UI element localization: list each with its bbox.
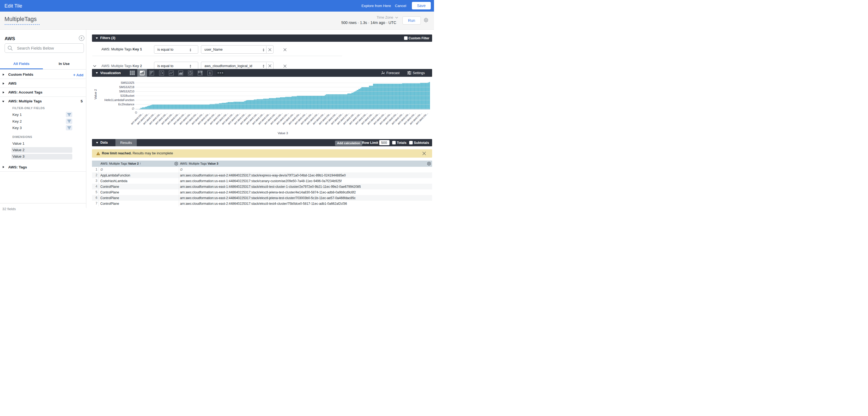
- svg-text:6: 6: [209, 71, 211, 75]
- svg-text:∅: ∅: [132, 107, 134, 110]
- svg-text:∅: ∅: [134, 111, 138, 114]
- svg-text:Value 2: Value 2: [94, 89, 97, 99]
- svg-text:Hello1LambdaFunction: Hello1LambdaFunction: [104, 98, 134, 102]
- svg-text:SMS3JIZ10: SMS3JIZ10: [119, 90, 134, 93]
- svg-text:Value 3: Value 3: [278, 132, 288, 135]
- svg-text:S31Bucket: S31Bucket: [120, 94, 134, 97]
- svg-text:SMS3JIZ18: SMS3JIZ18: [119, 85, 134, 89]
- svg-text:Ec2Instance: Ec2Instance: [118, 103, 134, 106]
- svg-text:SMS3JIZ5: SMS3JIZ5: [121, 81, 134, 84]
